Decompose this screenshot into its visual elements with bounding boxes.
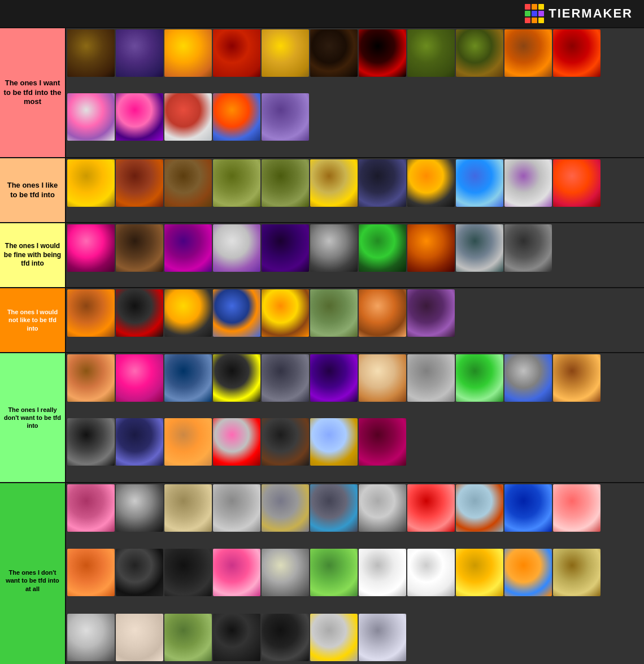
tier-content-2 (65, 158, 644, 222)
char-6-18 (359, 549, 406, 596)
logo-cell-7 (525, 18, 530, 23)
tier-row-1: The ones I want to be tfd into the most (0, 28, 644, 158)
tier-label-2: The ones I like to be tfd into (0, 158, 65, 222)
char-circus-1 (116, 93, 163, 141)
tier-content-5 (65, 353, 644, 482)
char-5-10 (504, 354, 552, 402)
char-6-15 (213, 549, 260, 596)
logo-cell-6 (538, 11, 544, 16)
char-daycare-4 (164, 289, 212, 337)
char-funtime-1 (67, 93, 115, 141)
header: TiERMAKER (0, 0, 644, 28)
logo-cell-9 (538, 18, 544, 23)
logo-cell-2 (532, 4, 537, 10)
char-5-9 (456, 354, 503, 402)
char-bonnie-2 (456, 159, 503, 207)
char-nightmarefreddy-2 (164, 159, 212, 207)
char-orville-4 (359, 289, 406, 337)
char-nmare-3 (116, 224, 163, 272)
char-bonnie-1 (116, 29, 163, 77)
char-6-24 (116, 614, 163, 661)
char-6-29 (359, 614, 406, 661)
char-6-25 (164, 614, 212, 661)
char-lefty-4 (116, 289, 163, 337)
tier-label-5: The ones I really don't want to be tfd i… (0, 353, 65, 482)
char-baby-1 (164, 93, 212, 141)
char-witheredfoxy-2 (116, 159, 163, 207)
char-foxy-4 (310, 289, 358, 337)
char-scrap-1 (456, 29, 503, 77)
char-6-27 (262, 614, 309, 661)
char-lolbit-1 (213, 93, 260, 141)
tier-row-6: The ones I don't want to be tfd into at … (0, 483, 644, 664)
logo-grid (525, 4, 544, 23)
char-5-6 (310, 354, 358, 402)
char-5-2 (116, 354, 163, 402)
char-6-12 (67, 549, 115, 596)
char-6-19 (407, 549, 455, 596)
char-glitch-1 (359, 29, 406, 77)
logo-cell-3 (538, 4, 544, 10)
tier-content-1 (65, 28, 644, 157)
char-6-21 (504, 549, 552, 596)
char-funtime-3 (213, 224, 260, 272)
char-glitch-4 (407, 289, 455, 337)
char-6-26 (213, 614, 260, 661)
char-6-2 (116, 484, 163, 532)
tier-content-6 (65, 483, 644, 664)
char-witheredchica-2 (67, 159, 115, 207)
tier-content-3 (65, 223, 644, 287)
logo-cell-4 (525, 11, 530, 16)
char-5-3 (164, 354, 212, 402)
app-container: TiERMAKER The ones I want to be tfd into… (0, 0, 644, 664)
char-5-16 (262, 418, 309, 466)
char-grid-6 (66, 483, 644, 664)
char-6-16 (262, 549, 309, 596)
char-6-1 (67, 484, 115, 532)
char-6-23 (67, 614, 115, 661)
logo-cell-5 (532, 11, 537, 16)
tier-label-4: The ones I would not like to be tfd into (0, 288, 65, 352)
char-grid-2 (66, 158, 602, 222)
char-5-1 (67, 354, 115, 402)
char-golden-1 (262, 29, 309, 77)
tier-container: The ones I want to be tfd into the most (0, 28, 644, 664)
char-helpy-4 (262, 289, 309, 337)
tier-label-3: The ones I would be fine with being tfd … (0, 223, 65, 287)
char-gfreddy-3 (359, 224, 406, 272)
char-5-12 (67, 418, 115, 466)
char-6-5 (262, 484, 309, 532)
char-mediocre-2 (504, 159, 552, 207)
char-scrap-2 (262, 159, 309, 207)
char-6-28 (310, 614, 358, 661)
char-chica-1 (164, 29, 212, 77)
char-nightmareBB-2 (310, 159, 358, 207)
char-scrapbaby-1 (504, 29, 552, 77)
char-5-15 (213, 418, 260, 466)
char-5-13 (116, 418, 163, 466)
char-nedd-4 (67, 289, 115, 337)
char-music-3 (456, 224, 503, 272)
char-5-4 (213, 354, 260, 402)
char-nightmare-3b (504, 224, 552, 272)
char-ennard-3 (310, 224, 358, 272)
char-5-18 (359, 418, 406, 466)
char-nightmare-2 (553, 29, 601, 77)
char-6-3 (164, 484, 212, 532)
char-shadow-3 (262, 224, 309, 272)
char-5-8 (407, 354, 455, 402)
char-bb-2 (407, 159, 455, 207)
char-6-10 (504, 484, 552, 532)
char-6-8 (407, 484, 455, 532)
tier-row-2: The ones I like to be tfd into (0, 158, 644, 223)
tier-row-3: The ones I would be fine with being tfd … (0, 223, 644, 288)
char-5-7 (359, 354, 406, 402)
tier-content-4 (65, 288, 644, 352)
char-chica-2 (553, 159, 601, 207)
char-grid-1 (66, 28, 644, 157)
char-6-4 (213, 484, 260, 532)
logo-cell-1 (525, 4, 530, 10)
char-nightmare-1 (310, 29, 358, 77)
char-6-22 (553, 549, 601, 596)
char-6-13 (116, 549, 163, 596)
